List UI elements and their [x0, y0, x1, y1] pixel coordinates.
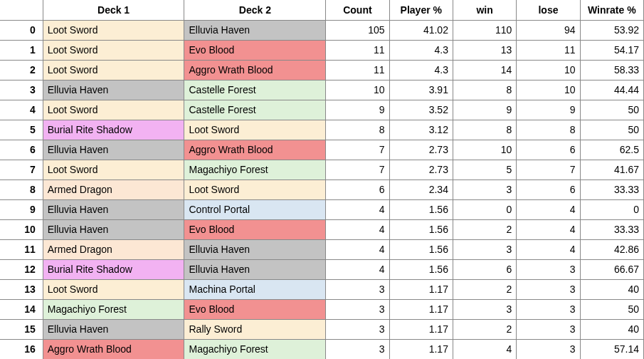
- cell-winratepct: 66.67: [580, 259, 643, 279]
- cell-playerpct: 1.17: [389, 299, 453, 319]
- cell-deck1: Elluvia Haven: [43, 219, 184, 239]
- cell-count: 8: [326, 120, 389, 140]
- cell-winratepct: 54.17: [580, 40, 643, 60]
- cell-deck2: Rally Sword: [184, 319, 326, 339]
- cell-count: 3: [326, 339, 389, 359]
- cell-deck1: Loot Sword: [43, 60, 184, 80]
- cell-rowindex: 7: [0, 160, 43, 180]
- cell-win: 4: [453, 339, 516, 359]
- col-win: win: [453, 0, 516, 20]
- table-row: 4Loot SwordCastelle Forest93.529950: [0, 100, 644, 120]
- cell-count: 10: [326, 80, 389, 100]
- cell-win: 2: [453, 319, 516, 339]
- cell-winratepct: 44.44: [580, 80, 643, 100]
- cell-winratepct: 40: [580, 279, 643, 299]
- cell-count: 6: [326, 180, 389, 199]
- cell-rowindex: 4: [0, 100, 43, 120]
- cell-winratepct: 50: [580, 100, 643, 120]
- cell-deck2: Aggro Wrath Blood: [184, 60, 326, 80]
- cell-lose: 3: [517, 339, 580, 359]
- cell-win: 3: [453, 239, 516, 259]
- cell-rowindex: 9: [0, 199, 43, 219]
- cell-win: 2: [453, 219, 516, 239]
- table-row: 16Aggro Wrath BloodMagachiyo Forest31.17…: [0, 339, 644, 359]
- cell-playerpct: 1.56: [389, 259, 453, 279]
- cell-deck2: Castelle Forest: [184, 80, 326, 100]
- cell-deck2: Control Portal: [184, 199, 326, 219]
- table-row: 3Elluvia HavenCastelle Forest103.9181044…: [0, 80, 644, 100]
- table-row: 7Loot SwordMagachiyo Forest72.735741.67: [0, 160, 644, 180]
- cell-deck2: Loot Sword: [184, 180, 326, 199]
- cell-deck2: Loot Sword: [184, 120, 326, 140]
- cell-deck1: Loot Sword: [43, 100, 184, 120]
- cell-count: 105: [326, 20, 389, 40]
- cell-win: 9: [453, 100, 516, 120]
- cell-lose: 3: [517, 259, 580, 279]
- col-playerpct: Player %: [389, 0, 453, 20]
- cell-winratepct: 57.14: [580, 339, 643, 359]
- cell-winratepct: 53.92: [580, 20, 643, 40]
- cell-deck2: Magachiyo Forest: [184, 339, 326, 359]
- cell-deck2: Aggro Wrath Blood: [184, 140, 326, 160]
- table-row: 9Elluvia HavenControl Portal41.56040: [0, 199, 644, 219]
- cell-deck2: Evo Blood: [184, 219, 326, 239]
- cell-win: 10: [453, 140, 516, 160]
- cell-deck1: Armed Dragon: [43, 180, 184, 199]
- cell-playerpct: 1.17: [389, 339, 453, 359]
- cell-rowindex: 6: [0, 140, 43, 160]
- table-row: 14Magachiyo ForestEvo Blood31.173350: [0, 299, 644, 319]
- table-row: 15Elluvia HavenRally Sword31.172340: [0, 319, 644, 339]
- cell-rowindex: 3: [0, 80, 43, 100]
- cell-win: 3: [453, 299, 516, 319]
- cell-winratepct: 40: [580, 319, 643, 339]
- cell-playerpct: 3.12: [389, 120, 453, 140]
- cell-deck2: Elluvia Haven: [184, 259, 326, 279]
- cell-winratepct: 41.67: [580, 160, 643, 180]
- cell-rowindex: 8: [0, 180, 43, 199]
- cell-playerpct: 1.17: [389, 279, 453, 299]
- cell-count: 4: [326, 239, 389, 259]
- table-row: 10Elluvia HavenEvo Blood41.562433.33: [0, 219, 644, 239]
- cell-playerpct: 3.52: [389, 100, 453, 120]
- cell-deck1: Burial Rite Shadow: [43, 120, 184, 140]
- cell-winratepct: 62.5: [580, 140, 643, 160]
- table-row: 5Burial Rite ShadowLoot Sword83.128850: [0, 120, 644, 140]
- cell-deck1: Loot Sword: [43, 279, 184, 299]
- cell-winratepct: 33.33: [580, 219, 643, 239]
- table-row: 13Loot SwordMachina Portal31.172340: [0, 279, 644, 299]
- cell-winratepct: 42.86: [580, 239, 643, 259]
- table-row: 2Loot SwordAggro Wrath Blood114.3141058.…: [0, 60, 644, 80]
- cell-deck1: Aggro Wrath Blood: [43, 339, 184, 359]
- cell-rowindex: 14: [0, 299, 43, 319]
- cell-playerpct: 41.02: [389, 20, 453, 40]
- cell-count: 7: [326, 140, 389, 160]
- cell-deck1: Loot Sword: [43, 160, 184, 180]
- col-count: Count: [326, 0, 389, 20]
- col-winratepct: Winrate %: [580, 0, 643, 20]
- cell-deck2: Elluvia Haven: [184, 239, 326, 259]
- cell-count: 4: [326, 219, 389, 239]
- cell-rowindex: 0: [0, 20, 43, 40]
- cell-playerpct: 1.56: [389, 199, 453, 219]
- cell-deck2: Castelle Forest: [184, 100, 326, 120]
- cell-lose: 4: [517, 219, 580, 239]
- cell-rowindex: 2: [0, 60, 43, 80]
- cell-deck2: Machina Portal: [184, 279, 326, 299]
- cell-win: 13: [453, 40, 516, 60]
- col-rowhead: [0, 0, 43, 20]
- table-row: 1Loot SwordEvo Blood114.3131154.17: [0, 40, 644, 60]
- cell-lose: 4: [517, 239, 580, 259]
- cell-lose: 8: [517, 120, 580, 140]
- cell-count: 3: [326, 299, 389, 319]
- cell-lose: 3: [517, 319, 580, 339]
- cell-rowindex: 5: [0, 120, 43, 140]
- cell-win: 110: [453, 20, 516, 40]
- cell-deck1: Burial Rite Shadow: [43, 259, 184, 279]
- table-row: 6Elluvia HavenAggro Wrath Blood72.731066…: [0, 140, 644, 160]
- cell-rowindex: 11: [0, 239, 43, 259]
- cell-winratepct: 50: [580, 120, 643, 140]
- cell-win: 14: [453, 60, 516, 80]
- cell-count: 9: [326, 100, 389, 120]
- cell-rowindex: 10: [0, 219, 43, 239]
- cell-win: 5: [453, 160, 516, 180]
